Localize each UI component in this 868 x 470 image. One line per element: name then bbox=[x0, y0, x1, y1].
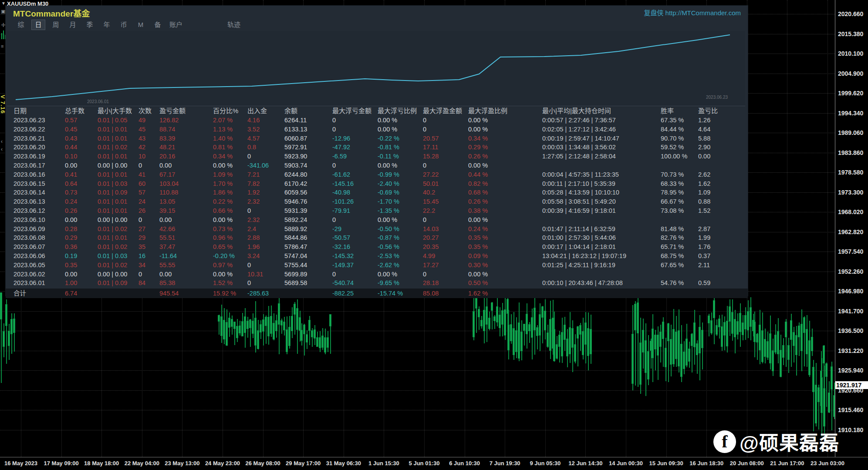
cell: 81.48 % bbox=[661, 225, 698, 234]
cell: 17.11 bbox=[423, 143, 468, 152]
window-restore-icon[interactable]: ▣ bbox=[1, 9, 5, 14]
cell: 67.65 % bbox=[661, 261, 698, 270]
tab-月[interactable]: 月 bbox=[66, 20, 79, 30]
cell: 0:00:17 | 1:04:14 | 2:18:01 bbox=[542, 242, 661, 252]
tab-币[interactable]: 币 bbox=[117, 20, 130, 30]
table-row[interactable]: 2023.06.080.290.01 | 0.012955.510.96 %2.… bbox=[6, 233, 748, 242]
cell: 20.35 bbox=[423, 242, 468, 252]
table-row[interactable]: 2023.06.200.440.01 | 0.024248.210.81 %0.… bbox=[6, 143, 748, 152]
candle-body bbox=[226, 322, 228, 345]
candle-body bbox=[716, 325, 718, 335]
table-row[interactable]: 2023.06.050.350.01 | 0.023455.550.97 %05… bbox=[6, 261, 748, 270]
cell: 1.62 bbox=[698, 179, 743, 188]
tab-轨迹[interactable]: 轨迹 bbox=[226, 20, 242, 30]
candle-body bbox=[634, 304, 636, 330]
equity-start-date-label: 2023.06.01 bbox=[87, 99, 109, 104]
table-row[interactable]: 2023.06.230.570.01 | 0.0549126.822.07 %4… bbox=[6, 116, 748, 125]
panel-brand-link[interactable]: 复盘侠 http://MTCommander.com bbox=[644, 8, 741, 17]
candle-body bbox=[286, 329, 288, 352]
table-row[interactable]: 2023.06.220.450.01 | 0.014588.741.13 %3.… bbox=[6, 125, 748, 134]
cell: 0.00 % bbox=[213, 215, 247, 225]
cell: 2023.06.16 bbox=[14, 170, 65, 179]
table-row[interactable]: 2023.06.170.000.00 | 0.0000.000.00 %-341… bbox=[6, 161, 748, 170]
candle-body bbox=[553, 329, 555, 361]
cell: 54.76 % bbox=[661, 279, 698, 288]
table-row[interactable]: 2023.06.020.000.00 | 0.0000.000.00 %10.3… bbox=[6, 270, 748, 279]
cell: -145.16 bbox=[332, 179, 378, 188]
cell: 0.26 % bbox=[468, 197, 542, 206]
tab-账户[interactable]: 账户 bbox=[168, 20, 184, 30]
candle-body bbox=[239, 326, 241, 333]
cell: -6.59 bbox=[332, 152, 378, 161]
scroll-left-icon[interactable]: ‹ bbox=[1, 138, 3, 144]
tab-季[interactable]: 季 bbox=[83, 20, 96, 30]
cell: 0:00:03 | 1:34:48 | 3:56:02 bbox=[542, 143, 661, 152]
tab-备[interactable]: 备 bbox=[151, 20, 164, 30]
cell: 0.00 bbox=[698, 152, 743, 161]
time-axis-label: 16 Jun 18:30 bbox=[689, 460, 723, 467]
cell: 0.01 | 0.02 bbox=[98, 242, 138, 252]
cell: 10.31 bbox=[247, 270, 284, 279]
cell: 5889.92 bbox=[284, 225, 332, 234]
cell: 0.88 bbox=[698, 197, 743, 206]
price-axis-label: 2015.380 bbox=[838, 30, 863, 37]
candle-body bbox=[244, 316, 246, 333]
cell: 1.70 % bbox=[213, 179, 247, 188]
cell: 0:00:19 | 2:59:47 | 14:10:47 bbox=[542, 134, 661, 143]
tab-周[interactable]: 周 bbox=[49, 20, 62, 30]
cell: 110.88 bbox=[159, 188, 213, 197]
table-row[interactable]: 2023.06.160.410.01 | 0.014167.171.09 %7.… bbox=[6, 170, 748, 179]
candle-body bbox=[296, 308, 298, 330]
cell: 0.00 | 0.00 bbox=[98, 161, 138, 170]
cell: 5747.04 bbox=[284, 252, 332, 261]
tab-综[interactable]: 综 bbox=[14, 20, 27, 30]
cell: 0:00:10 | 20:43:46 | 47:28:08 bbox=[542, 279, 661, 288]
table-row[interactable]: 2023.06.070.360.01 | 0.023537.470.65 %1.… bbox=[6, 242, 748, 252]
table-row[interactable]: 2023.06.130.240.01 | 0.012413.050.22 %2.… bbox=[6, 197, 748, 206]
table-row[interactable]: 2023.06.060.190.01 | 0.0316-11.64-0.20 %… bbox=[6, 252, 748, 261]
tab-M[interactable]: M bbox=[134, 20, 147, 30]
candle-body bbox=[795, 335, 797, 355]
cell: 0.00 | 0.00 bbox=[98, 270, 138, 279]
cell: 2023.06.06 bbox=[14, 252, 65, 261]
table-row[interactable]: 2023.06.150.640.01 | 0.0360103.041.70 %7… bbox=[6, 179, 748, 188]
candle-body bbox=[579, 325, 581, 334]
cell: 最大浮盈比例 bbox=[468, 106, 542, 116]
tab-日[interactable]: 日 bbox=[31, 20, 45, 30]
cell: 0.19 bbox=[65, 252, 98, 261]
candle-body bbox=[696, 343, 698, 355]
cell: 5689.58 bbox=[284, 279, 332, 288]
cell: 1.26 bbox=[698, 116, 743, 125]
table-row[interactable]: 2023.06.120.260.01 | 0.012639.150.66 %05… bbox=[6, 206, 748, 215]
cell: 0.8 bbox=[247, 143, 284, 152]
tab-年[interactable]: 年 bbox=[100, 20, 113, 30]
cell: 40.2 bbox=[423, 188, 468, 197]
cell: 83.39 bbox=[159, 134, 213, 143]
drag-handle-icon[interactable]: ≡ bbox=[1, 44, 3, 49]
move-crosshair-icon[interactable]: ✛ bbox=[1, 22, 6, 28]
candle-body bbox=[670, 339, 672, 365]
table-row[interactable]: 2023.06.011.000.01 | 0.098485.381.52 %05… bbox=[6, 279, 748, 288]
table-row[interactable]: 2023.06.100.000.00 | 0.0000.000.00 %2.32… bbox=[6, 215, 748, 225]
cell: 85.38 bbox=[159, 279, 213, 288]
table-row[interactable]: 2023.06.210.430.01 | 0.014383.391.40 %4.… bbox=[6, 134, 748, 143]
cell bbox=[98, 289, 138, 298]
cell: -29 bbox=[332, 225, 378, 234]
candle-body bbox=[273, 323, 275, 339]
table-row[interactable]: 2023.06.140.730.01 | 0.0957110.881.86 %1… bbox=[6, 188, 748, 197]
table-row[interactable]: 2023.06.190.100.01 | 0.011020.160.34 %05… bbox=[6, 152, 748, 161]
candle-body bbox=[478, 309, 480, 317]
candle-body bbox=[499, 315, 501, 328]
cell: 2.07 % bbox=[213, 116, 247, 125]
scroll-left-icon[interactable]: ‹ bbox=[1, 146, 3, 152]
cell: 0.01 | 0.05 bbox=[98, 116, 138, 125]
table-row[interactable]: 2023.06.090.280.01 | 0.022742.660.73 %2.… bbox=[6, 225, 748, 234]
candle-body bbox=[632, 334, 634, 384]
cell: 22.2 bbox=[423, 206, 468, 215]
candle-body bbox=[793, 332, 795, 346]
chevron-down-icon[interactable]: ▼ bbox=[1, 1, 6, 6]
candle-body bbox=[541, 306, 544, 318]
cell: 0.41 bbox=[65, 170, 98, 179]
candle-body bbox=[713, 300, 715, 318]
cell: 0.81 % bbox=[213, 143, 247, 152]
